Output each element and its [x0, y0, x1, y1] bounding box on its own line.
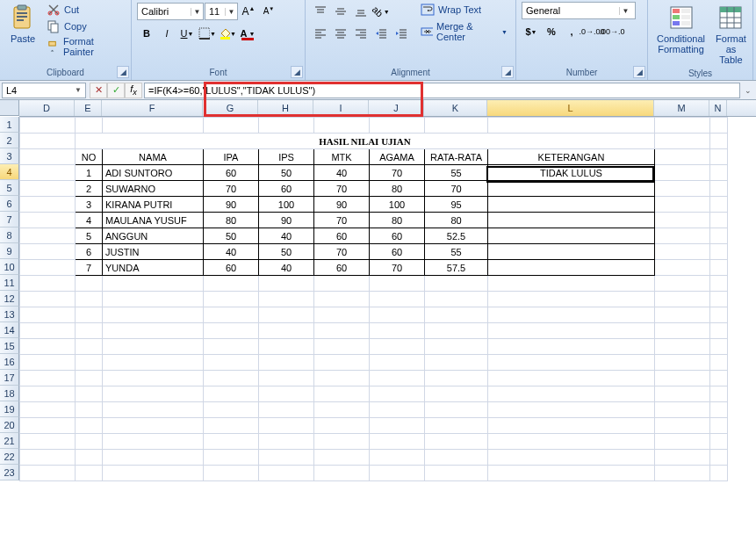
table-cell[interactable]: 70: [314, 213, 370, 228]
table-cell[interactable]: TIDAK LULUS: [488, 165, 655, 181]
col-header-I[interactable]: I: [313, 100, 369, 116]
row-header-14[interactable]: 14: [0, 322, 19, 338]
currency-button[interactable]: $▼: [522, 22, 541, 41]
table-cell[interactable]: [488, 181, 655, 197]
align-center-button[interactable]: [331, 24, 350, 43]
col-header-N[interactable]: N: [709, 100, 727, 116]
row-header-18[interactable]: 18: [0, 386, 19, 401]
percent-button[interactable]: %: [542, 22, 561, 41]
table-cell[interactable]: ANGGUN: [103, 228, 204, 244]
table-cell[interactable]: 50: [259, 244, 314, 260]
align-bottom-button[interactable]: [351, 2, 371, 21]
table-cell[interactable]: 70: [370, 260, 425, 276]
table-cell[interactable]: 55: [425, 165, 488, 181]
table-cell[interactable]: 70: [204, 181, 259, 197]
alignment-launcher[interactable]: ◢: [501, 66, 514, 78]
table-cell[interactable]: 60: [259, 181, 314, 197]
fill-color-button[interactable]: ▼: [218, 24, 237, 43]
chevron-down-icon[interactable]: ▼: [225, 8, 237, 16]
row-header-21[interactable]: 21: [0, 433, 19, 449]
table-cell[interactable]: 1: [76, 165, 103, 181]
number-launcher[interactable]: ◢: [633, 66, 645, 78]
table-cell[interactable]: 80: [425, 213, 488, 228]
table-cell[interactable]: 90: [259, 213, 314, 228]
table-cell[interactable]: [488, 228, 655, 244]
table-cell[interactable]: 52.5: [425, 228, 488, 244]
table-cell[interactable]: [488, 213, 655, 228]
enter-formula-button[interactable]: ✓: [107, 83, 125, 98]
row-header-22[interactable]: 22: [0, 449, 19, 465]
row-header-7[interactable]: 7: [0, 212, 19, 228]
cut-button[interactable]: Cut: [44, 2, 126, 18]
font-size-input[interactable]: [205, 6, 225, 17]
table-cell[interactable]: 90: [314, 197, 370, 213]
table-cell[interactable]: 100: [370, 197, 425, 213]
table-cell[interactable]: 55: [425, 244, 488, 260]
table-cell[interactable]: 60: [370, 228, 425, 244]
table-cell[interactable]: MAULANA YUSUF: [103, 213, 204, 228]
table-cell[interactable]: YUNDA: [103, 260, 204, 276]
row-header-20[interactable]: 20: [0, 417, 19, 433]
decrease-indent-button[interactable]: [371, 24, 391, 43]
insert-function-button[interactable]: fx: [125, 83, 142, 98]
underline-button[interactable]: U▼: [177, 24, 197, 43]
row-header-19[interactable]: 19: [0, 401, 19, 417]
bold-button[interactable]: B: [137, 24, 156, 43]
align-left-button[interactable]: [311, 24, 330, 43]
font-name-input[interactable]: [138, 6, 191, 17]
table-cell[interactable]: JUSTIN: [103, 244, 204, 260]
col-header-J[interactable]: J: [369, 100, 424, 116]
clipboard-launcher[interactable]: ◢: [117, 66, 129, 78]
col-header-G[interactable]: G: [203, 100, 258, 116]
formula-input[interactable]: =IF(K4>=60,"LULUS","TIDAK LULUS"): [144, 83, 740, 98]
paste-button[interactable]: Paste: [5, 2, 40, 46]
table-cell[interactable]: 60: [314, 260, 370, 276]
col-header-D[interactable]: D: [19, 100, 75, 116]
chevron-down-icon[interactable]: ▼: [619, 7, 631, 15]
table-cell[interactable]: 6: [76, 244, 103, 260]
font-launcher[interactable]: ◢: [291, 66, 303, 78]
row-header-6[interactable]: 6: [0, 196, 19, 212]
table-cell[interactable]: 60: [204, 165, 259, 181]
row-header-3[interactable]: 3: [0, 148, 19, 164]
table-cell[interactable]: 2: [76, 181, 103, 197]
col-header-K[interactable]: K: [424, 100, 487, 116]
row-header-16[interactable]: 16: [0, 354, 19, 370]
table-cell[interactable]: 40: [259, 228, 314, 244]
cancel-formula-button[interactable]: ✕: [90, 83, 107, 98]
table-cell[interactable]: 100: [259, 197, 314, 213]
row-header-15[interactable]: 15: [0, 338, 19, 354]
table-cell[interactable]: 80: [370, 213, 425, 228]
copy-button[interactable]: Copy: [44, 18, 126, 34]
table-cell[interactable]: 70: [425, 181, 488, 197]
table-cell[interactable]: 3: [76, 197, 103, 213]
grow-font-button[interactable]: A▲: [239, 2, 258, 21]
italic-button[interactable]: I: [157, 24, 176, 43]
table-cell[interactable]: KIRANA PUTRI: [103, 197, 204, 213]
font-size-combo[interactable]: ▼: [205, 3, 238, 20]
row-header-1[interactable]: 1: [0, 117, 19, 133]
col-header-H[interactable]: H: [258, 100, 313, 116]
table-cell[interactable]: 70: [370, 165, 425, 181]
table-cell[interactable]: 60: [370, 244, 425, 260]
cells-area[interactable]: HASIL NILAI UJIANNONAMAIPAIPSMTKAGAMARAT…: [19, 117, 728, 481]
table-cell[interactable]: 40: [259, 260, 314, 276]
col-header-E[interactable]: E: [75, 100, 102, 116]
row-header-10[interactable]: 10: [0, 259, 19, 275]
orientation-button[interactable]: ab▼: [371, 2, 391, 21]
chevron-down-icon[interactable]: ▼: [75, 86, 82, 94]
align-right-button[interactable]: [351, 24, 371, 43]
name-box[interactable]: L4 ▼: [2, 83, 86, 98]
number-format-input[interactable]: [522, 5, 619, 16]
expand-formula-bar-button[interactable]: ⌄: [740, 83, 756, 98]
col-header-F[interactable]: F: [102, 100, 203, 116]
table-cell[interactable]: 40: [204, 244, 259, 260]
table-cell[interactable]: [488, 197, 655, 213]
table-cell[interactable]: SUWARNO: [103, 181, 204, 197]
row-header-13[interactable]: 13: [0, 307, 19, 322]
border-button[interactable]: ▼: [198, 24, 217, 43]
row-header-2[interactable]: 2: [0, 133, 19, 148]
table-cell[interactable]: [488, 260, 655, 276]
merge-center-button[interactable]: Merge & Center▼: [418, 20, 510, 43]
shrink-font-button[interactable]: A▼: [259, 2, 278, 21]
